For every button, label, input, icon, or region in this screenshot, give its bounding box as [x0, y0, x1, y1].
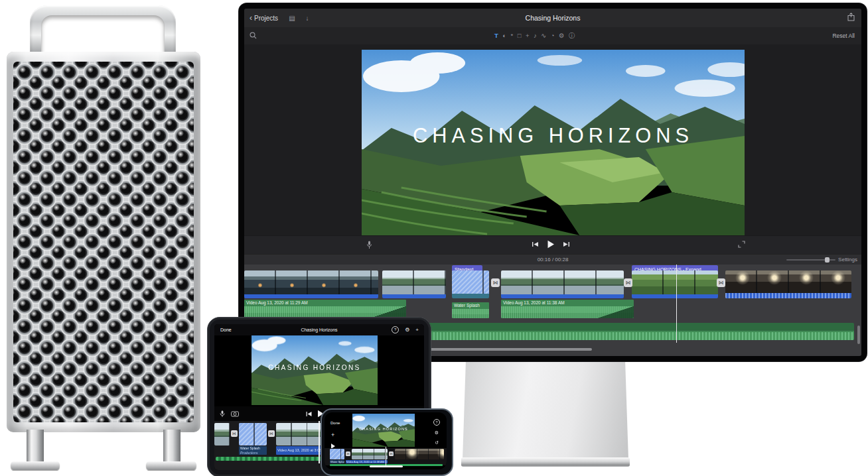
- reset-all-button[interactable]: Reset All: [832, 27, 855, 44]
- volume-icon[interactable]: ♪: [534, 32, 537, 39]
- iphone-transition-icon-1[interactable]: ⋈: [346, 451, 350, 456]
- transport-bar: [244, 235, 861, 255]
- iphone-transition-icon-2[interactable]: ⋈: [389, 451, 394, 456]
- iphone-timeline: ⋈ ⋈ Water Splash Video Aug 13, 2020 at 1…: [325, 448, 447, 465]
- ipad-water-splash-line2: Productions: [240, 451, 257, 455]
- previous-frame-button[interactable]: [532, 241, 539, 248]
- transition-icon-2[interactable]: ⋈: [624, 278, 632, 287]
- toolbar-right-group: [847, 13, 855, 21]
- mac-pro-leg-left: [27, 430, 44, 464]
- color-balance-icon[interactable]: ◐: [502, 32, 506, 39]
- video-clip-5-filmstrip: [725, 270, 851, 293]
- audio-clip-2-label: Water Splash: [452, 302, 489, 309]
- imovie-adjust-bar: T ◐ * □ + ♪ ∿ ◔ ⚙ ⓘ Reset All: [244, 27, 861, 45]
- ipad-water-splash-label: Water Splash Productions: [239, 446, 267, 455]
- next-frame-button[interactable]: [563, 241, 570, 248]
- noise-reduction-icon[interactable]: ∿: [541, 32, 546, 39]
- crop-icon[interactable]: □: [518, 32, 522, 39]
- timeline-zoom-slider[interactable]: [786, 259, 835, 261]
- iphone-title-overlay: CHASING HORIZONS: [359, 427, 408, 431]
- video-clip-3[interactable]: [501, 270, 624, 298]
- ipad-transition-icon-2[interactable]: ⋈: [268, 430, 275, 437]
- mac-pro-leg-right: [163, 430, 181, 464]
- info-icon[interactable]: ⓘ: [569, 32, 575, 39]
- playhead[interactable]: [676, 265, 677, 343]
- video-clip-4[interactable]: [632, 270, 718, 298]
- audio-clip-3[interactable]: Video Aug 13, 2020 at 11:38 AM: [501, 300, 634, 318]
- ipad-help-icon[interactable]: ?: [392, 326, 399, 333]
- iphone-add-media-icon[interactable]: +: [331, 432, 334, 438]
- ipad-viewer: CHASING HORIZONS: [214, 335, 424, 406]
- mac-pro-foot-right: [146, 461, 196, 470]
- timecode-bar: 00:16 / 00:28 Settings: [244, 254, 861, 265]
- iphone-clip-water-splash[interactable]: [330, 449, 344, 459]
- audio-clip-1[interactable]: Video Aug 13, 2020 at 11:29 AM: [244, 300, 406, 318]
- video-clip-3-filmstrip: [501, 270, 624, 294]
- ipad-title-overlay: CHASING HORIZONS: [268, 363, 360, 372]
- stabilization-icon[interactable]: +: [526, 32, 530, 39]
- vertical-scrollbar[interactable]: [857, 326, 860, 344]
- ipad-clip-lake[interactable]: [276, 423, 324, 446]
- water-splash-bottom-bar: [452, 294, 489, 298]
- share-icon[interactable]: [847, 13, 855, 21]
- video-clip-2-audio-bar: [382, 294, 446, 298]
- ipad-camera-icon[interactable]: [231, 411, 239, 417]
- ipad-topbar-icons: ? ⚙ +: [392, 324, 419, 335]
- iphone-clip-sunset[interactable]: [395, 449, 444, 459]
- iphone-home-indicator[interactable]: [370, 465, 403, 468]
- timecode: 00:16 / 00:28: [244, 255, 861, 265]
- mac-pro-tower: [7, 5, 200, 471]
- mac-pro-body: [7, 52, 200, 432]
- transition-icon-1[interactable]: ⋈: [491, 278, 500, 287]
- ipad-mic-icon[interactable]: [220, 410, 225, 418]
- ipad-clip-water-splash[interactable]: [239, 423, 267, 446]
- ipad-playhead[interactable]: [319, 421, 320, 463]
- viewer-video-frame: CHASING HORIZONS: [362, 50, 745, 235]
- speed-icon[interactable]: ◔: [551, 32, 555, 39]
- transition-icon-3[interactable]: ⋈: [717, 278, 725, 287]
- ipad-settings-icon[interactable]: ⚙: [405, 327, 409, 333]
- ipad-skip-start-button[interactable]: [306, 411, 312, 417]
- video-clip-water-splash[interactable]: [452, 270, 489, 298]
- viewer-area: CHASING HORIZONS: [244, 44, 861, 235]
- iphone-playhead[interactable]: [386, 447, 386, 467]
- iphone-clip-lake[interactable]: [352, 449, 388, 459]
- landscape-still: CHASING HORIZONS: [362, 50, 745, 235]
- mic-icon[interactable]: [366, 241, 372, 249]
- color-correction-icon[interactable]: *: [511, 32, 514, 39]
- viewer-title-overlay: CHASING HORIZONS: [413, 124, 693, 147]
- display-stand-base: [461, 457, 630, 467]
- iphone-settings-icon[interactable]: ⚙: [435, 430, 439, 436]
- titles-icon[interactable]: T: [494, 32, 498, 39]
- fullscreen-icon[interactable]: [738, 241, 745, 248]
- iphone-done-button[interactable]: Done: [330, 421, 340, 425]
- video-clip-2[interactable]: [382, 270, 446, 298]
- pro-display: ‹ Projects ▤ ↓ Chasing Horizons: [239, 3, 867, 361]
- audio-clip-3-fade: [598, 306, 634, 318]
- play-button[interactable]: [547, 240, 555, 249]
- ipad-clip-partial[interactable]: [214, 423, 230, 446]
- iphone-water-splash-label: Water Splash: [330, 460, 344, 463]
- video-clip-5[interactable]: [725, 270, 851, 298]
- display-stand: [463, 360, 628, 459]
- video-clip-3-audio-bar: [501, 294, 624, 298]
- water-splash-thumb: [452, 270, 489, 294]
- video-clip-5-audio-waveform: [725, 293, 851, 298]
- ipad-add-media-icon[interactable]: +: [415, 327, 419, 333]
- project-title: Chasing Horizons: [244, 9, 861, 27]
- iphone-landscape-still: CHASING HORIZONS: [352, 414, 415, 447]
- desk-scene: ‹ Projects ▤ ↓ Chasing Horizons: [0, 0, 868, 476]
- ipad-transition-icon-1[interactable]: ⋈: [231, 430, 238, 437]
- iphone-help-icon[interactable]: ?: [433, 419, 440, 426]
- audio-clip-water-splash[interactable]: Water Splash: [452, 302, 489, 318]
- iphone-undo-icon[interactable]: ↺: [435, 440, 439, 446]
- zoom-slider-knob[interactable]: [825, 257, 830, 263]
- video-clip-2-filmstrip: [382, 270, 446, 294]
- settings-button[interactable]: Settings: [838, 255, 857, 265]
- video-clip-1[interactable]: [244, 270, 378, 298]
- search-icon[interactable]: [250, 32, 257, 39]
- iphone-right-controls: ? ⚙ ↺: [433, 419, 440, 446]
- video-clip-4-audio-bar: [632, 294, 718, 298]
- effects-icon[interactable]: ⚙: [559, 32, 565, 39]
- playback-controls: [532, 240, 570, 249]
